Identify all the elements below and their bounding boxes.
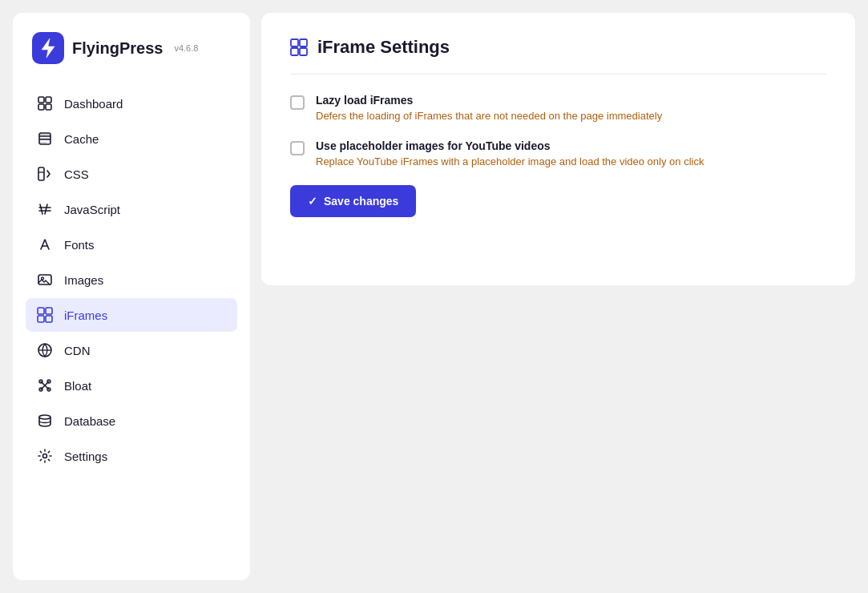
nav-list: Dashboard Cache — [26, 87, 237, 473]
flyingpress-logo — [32, 32, 64, 64]
app-container: FlyingPress v4.6.8 Dashboard — [13, 13, 855, 580]
placeholder-images-description: Replace YouTube iFrames with a placehold… — [316, 155, 704, 167]
dashboard-icon — [37, 95, 53, 111]
sidebar-item-cdn[interactable]: CDN — [26, 333, 237, 367]
sidebar-item-settings[interactable]: Settings — [26, 439, 237, 473]
svg-rect-2 — [46, 97, 51, 103]
css-icon — [37, 166, 53, 182]
sidebar-item-bloat[interactable]: Bloat — [26, 369, 237, 402]
iframes-icon — [37, 307, 53, 323]
sidebar-item-database[interactable]: Database — [26, 404, 237, 438]
sidebar-item-label: Settings — [64, 450, 107, 463]
sidebar-item-label: JavaScript — [64, 203, 120, 216]
sidebar-item-fonts[interactable]: Fonts — [26, 228, 237, 261]
svg-rect-11 — [38, 316, 44, 322]
sidebar-item-label: CDN — [64, 344, 91, 357]
save-button[interactable]: ✓ Save changes — [290, 185, 416, 217]
placeholder-images-title[interactable]: Use placeholder images for YouTube video… — [316, 139, 704, 152]
placeholder-images-checkbox[interactable] — [290, 141, 305, 155]
sidebar-item-css[interactable]: CSS — [26, 157, 237, 191]
svg-rect-9 — [38, 308, 44, 314]
sidebar-item-label: Database — [64, 414, 115, 428]
svg-point-19 — [43, 454, 47, 458]
checkmark-icon: ✓ — [308, 195, 317, 208]
lazy-load-description: Defers the loading of iFrames that are n… — [316, 110, 662, 122]
card-header: iFrame Settings — [290, 37, 826, 75]
placeholder-images-label-group: Use placeholder images for YouTube video… — [316, 139, 704, 167]
sidebar-item-label: Bloat — [64, 379, 91, 393]
sidebar-item-cache[interactable]: Cache — [26, 122, 237, 155]
sidebar-item-iframes[interactable]: iFrames — [26, 298, 237, 332]
svg-rect-10 — [46, 308, 52, 314]
svg-rect-23 — [300, 48, 307, 55]
sidebar-item-label: Images — [64, 273, 103, 287]
sidebar-item-dashboard[interactable]: Dashboard — [26, 87, 237, 120]
setting-placeholder-images: Use placeholder images for YouTube video… — [290, 139, 826, 167]
main-content: iFrame Settings Lazy load iFrames Defers… — [261, 13, 855, 580]
page-title: iFrame Settings — [317, 37, 450, 58]
lazy-load-checkbox[interactable] — [290, 95, 305, 110]
settings-icon — [37, 448, 53, 464]
sidebar: FlyingPress v4.6.8 Dashboard — [13, 13, 250, 580]
bloat-icon — [37, 377, 53, 393]
sidebar-item-label: Cache — [64, 132, 99, 146]
svg-rect-1 — [38, 97, 44, 103]
sidebar-item-javascript[interactable]: JavaScript — [26, 192, 237, 226]
database-icon — [37, 413, 53, 429]
setting-lazy-load: Lazy load iFrames Defers the loading of … — [290, 94, 826, 122]
sidebar-item-label: Dashboard — [64, 97, 123, 111]
cdn-icon — [37, 342, 53, 358]
app-version: v4.6.8 — [174, 43, 198, 53]
sidebar-item-images[interactable]: Images — [26, 263, 237, 296]
svg-rect-7 — [38, 275, 51, 284]
svg-point-18 — [39, 415, 50, 419]
lazy-load-title[interactable]: Lazy load iFrames — [316, 94, 662, 107]
svg-rect-12 — [46, 316, 52, 322]
content-card: iFrame Settings Lazy load iFrames Defers… — [261, 13, 855, 285]
svg-rect-4 — [46, 104, 51, 110]
app-name: FlyingPress — [72, 39, 163, 58]
javascript-icon — [37, 201, 53, 217]
images-icon — [37, 272, 53, 288]
save-button-label: Save changes — [324, 195, 398, 208]
svg-rect-20 — [291, 39, 298, 46]
iframes-header-icon — [290, 38, 308, 56]
cache-icon — [37, 131, 53, 147]
logo-area: FlyingPress v4.6.8 — [26, 32, 237, 87]
sidebar-item-label: Fonts — [64, 238, 95, 252]
lazy-load-label-group: Lazy load iFrames Defers the loading of … — [316, 94, 662, 122]
fonts-icon — [37, 236, 53, 252]
svg-rect-6 — [38, 167, 44, 180]
svg-rect-3 — [38, 104, 44, 110]
sidebar-item-label: iFrames — [64, 309, 107, 322]
sidebar-item-label: CSS — [64, 167, 89, 181]
svg-rect-21 — [300, 39, 307, 46]
svg-rect-22 — [291, 48, 298, 55]
